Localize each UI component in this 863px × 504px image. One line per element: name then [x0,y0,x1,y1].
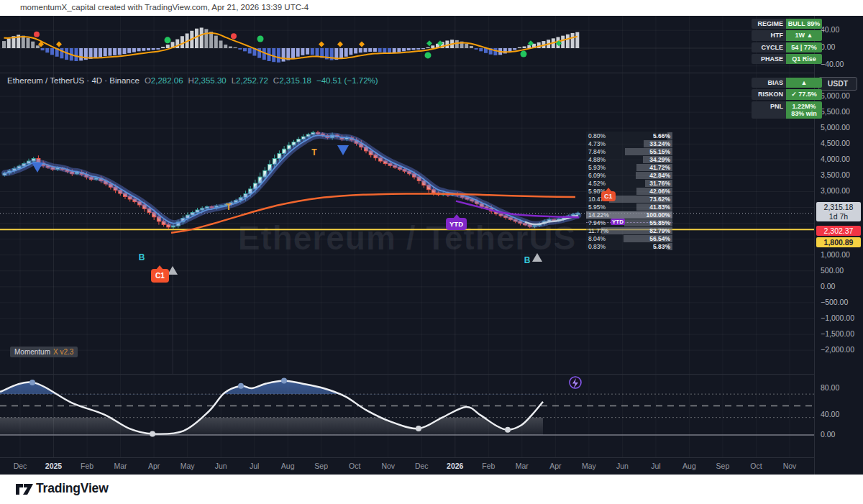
perf-row: 5.93% 41.72% [586,163,672,171]
time-axis-tick: Apr [549,462,561,470]
momentum-bar [296,48,300,57]
perf-right-value: 100.00% [646,211,670,219]
momentum-bar [214,36,218,48]
currency-toggle-button[interactable]: USDT [818,77,857,91]
perf-right-value: 34.29% [649,156,670,163]
momentum-bar [224,45,227,48]
sell-dot-marker [34,32,40,37]
ohlc-key: C [273,76,279,85]
price-axis-tick: −1,500.00 [821,329,854,338]
time-axis-tick: Sep [314,462,328,470]
perf-row: 5.95% 41.83% [586,203,672,211]
regime-row: REGIMEBULL 89% [752,19,822,29]
perf-left-value: 5.93% [588,164,606,171]
momentum-bar [209,32,213,48]
momentum-bar [364,48,367,52]
time-axis-tick: Aug [281,462,295,470]
momentum-bar [2,41,6,48]
time-axis-tick: Sep [716,462,730,470]
ohlc-value: 2,315.18 [279,76,311,85]
ytd-tag[interactable]: YTD [446,218,467,230]
time-axis-tick: Nov [783,462,797,470]
time-axis-tick: Jul [250,462,259,470]
price-axis-tick: 6,000.00 [821,91,850,100]
indicator-name: Momentum [14,348,50,356]
regime-row-label: CYCLE [752,42,786,52]
regime-row-value: Q1 Rise [786,54,822,64]
perf-row: 8.04% 56.54% [586,234,672,242]
time-axis[interactable]: Dec2025FebMarAprMayJunJulAugSepOctNovDec… [0,457,814,475]
bias-row-value: ▲ [786,78,822,88]
momentum-bar [181,36,184,48]
momentum-bar [99,48,102,57]
perf-row: 7.84% 55.15% [586,147,672,155]
top-signal-triangle-down [32,162,43,173]
osc-axis-tick: 40.00 [821,410,839,418]
regime-row-value: 54 | 77% [786,42,822,52]
perf-row: 6.09% 42.84% [586,171,672,179]
time-axis-tick: Mar [114,462,127,470]
price-axis-tick: 5,500.00 [821,107,850,116]
bias-row: PNL1.22M% 83% win [752,101,822,119]
price-axis-tick: 5,000.00 [821,123,850,132]
momentum-bar [204,29,208,48]
perf-left-value: 4.88% [588,156,606,163]
c1-tag-2[interactable]: C1 [601,191,616,201]
indicator-legend-momentum[interactable]: MomentumX v2.3 [10,347,78,357]
osc-axis-tick: 80.00 [821,383,839,392]
perf-left-value: 7.94% [588,219,606,226]
regime-row: PHASEQ1 Rise [752,54,822,64]
upper-axis-tick: −40.00 [821,60,844,68]
footer: TradingView [0,475,863,504]
credit-text: momentumX_capital created with TradingVi… [20,3,309,12]
perf-right-value: 33.24% [649,140,670,147]
momentum-bar [513,48,516,50]
pane-separator-top[interactable] [0,73,814,73]
perf-left-value: 0.83% [588,243,606,250]
momentum-bar [234,47,237,48]
momentum-bar [219,40,223,48]
momentum-bar [200,27,204,48]
momentum-bar [93,48,97,58]
momentum-bar [339,48,343,58]
regime-row: HTF1W ▲ [752,30,822,40]
chart-container[interactable]: Ethereum / TetherUS TTBB Ethereum / Teth… [0,16,863,475]
perf-left-value: 14.22% [588,211,609,219]
perf-row: 14.22% 100.00% [586,211,672,219]
osc-pivot-dot [416,426,421,431]
pane-separator-bottom[interactable] [0,374,814,375]
perf-row: 0.83% 5.83% [586,242,672,250]
green-diamond-marker [426,40,432,46]
top-signal-triangle-down [337,145,349,155]
orange-diamond-marker [319,41,324,47]
ohlc-key: H [188,76,194,85]
momentum-bar [571,33,575,48]
bias-row: BIAS▲ [752,78,822,88]
regime-row-label: HTF [752,30,786,40]
momentum-bar [306,48,309,55]
perf-right-value: 73.62% [649,196,670,203]
perf-left-value: 5.95% [588,203,606,211]
time-axis-tick: Oct [349,462,360,470]
perf-left-value: 11.77% [588,227,608,234]
momentum-bar [238,48,242,50]
tradingview-logo-icon[interactable] [15,482,34,498]
regime-row: CYCLE54 | 77% [752,42,822,52]
momentum-bar [378,48,382,52]
bias-row-value: 1.22M% 83% win [786,101,822,119]
c1-tag[interactable]: C1 [151,269,169,283]
tradingview-brand[interactable]: TradingView [36,481,109,496]
slow-ma-line [171,193,575,232]
momentum-bar [291,48,295,58]
momentum-bar [431,45,434,48]
momentum-bar [475,48,478,50]
regime-row-value: BULL 89% [786,19,822,29]
price-axis-tick: 4,000.00 [821,155,850,163]
momentum-bar [402,48,406,51]
symbol-legend[interactable]: Ethereum / TetherUS · 4D · BinanceO2,282… [7,76,378,85]
momentum-bar [113,48,117,55]
perf-right-value: 41.72% [649,164,670,171]
osc-pivot-dot [150,431,155,436]
momentum-bar [412,48,416,50]
t-marker-label: T [226,202,232,212]
